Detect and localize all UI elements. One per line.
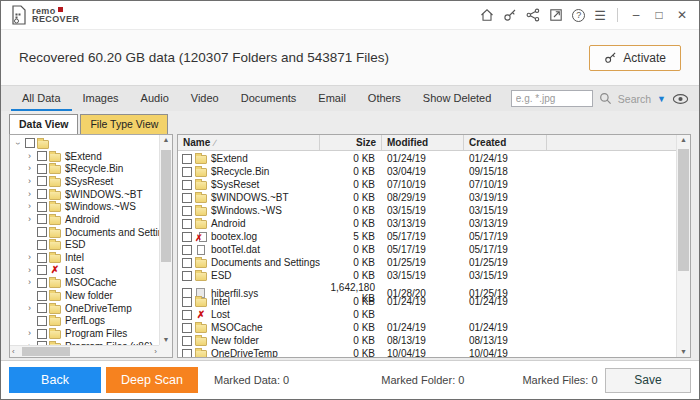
checkbox[interactable] — [182, 219, 192, 229]
checkbox[interactable] — [37, 151, 47, 161]
chevron-right-icon[interactable]: › — [25, 304, 34, 313]
close-button[interactable]: ✕ — [675, 9, 689, 21]
tree-horizontal-scrollbar[interactable]: ‹ › — [10, 345, 159, 357]
file-row-android[interactable]: Android0 KB03/13/1903/13/19 — [178, 217, 676, 230]
tab-email[interactable]: Email — [307, 86, 357, 111]
file-row-windows-ws[interactable]: $Windows.~WS0 KB03/15/1903/15/19 — [178, 204, 676, 217]
tree-item-onedrivetemp[interactable]: ›OneDriveTemp — [10, 302, 159, 315]
file-row-extend[interactable]: $Extend0 KB01/24/1901/24/19 — [178, 152, 676, 165]
open-external-icon[interactable] — [549, 8, 563, 22]
checkbox[interactable] — [182, 180, 192, 190]
tab-show-deleted[interactable]: Show Deleted — [412, 86, 503, 111]
checkbox[interactable] — [37, 329, 47, 339]
menu-icon[interactable]: ☰ — [594, 9, 606, 22]
chevron-right-icon[interactable]: › — [25, 164, 34, 173]
tree-vertical-scrollbar[interactable]: ▲ ▼ — [159, 135, 172, 345]
file-row-msocache[interactable]: MSOCache0 KB01/24/1901/24/19 — [178, 321, 676, 334]
search-input[interactable] — [511, 90, 593, 107]
scroll-left-icon[interactable]: ‹ — [10, 346, 17, 357]
checkbox[interactable] — [182, 258, 192, 268]
tree-item-new-folder[interactable]: ›New folder — [10, 289, 159, 302]
file-row-lost[interactable]: ✗Lost0 KB — [178, 308, 676, 321]
file-row-intel[interactable]: Intel0 KB01/24/1901/24/19 — [178, 295, 676, 308]
tree-item-lost[interactable]: ›✗Lost — [10, 264, 159, 277]
file-row-boottel-dat[interactable]: bootTel.dat0 KB05/17/1905/17/19 — [178, 243, 676, 256]
column-header-created[interactable]: Created — [464, 135, 547, 150]
activate-button[interactable]: Activate — [589, 45, 681, 71]
chevron-down-icon[interactable]: › — [13, 139, 22, 148]
checkbox[interactable] — [182, 271, 192, 281]
tree-item-windows-bt[interactable]: ›$WINDOWS.~BT — [10, 188, 159, 201]
home-icon[interactable] — [480, 8, 494, 22]
tree-item-extend[interactable]: ›$Extend — [10, 150, 159, 163]
checkbox[interactable] — [37, 189, 47, 199]
checkbox[interactable] — [37, 240, 47, 250]
checkbox[interactable] — [182, 193, 192, 203]
scroll-down-icon[interactable]: ▼ — [677, 347, 690, 357]
checkbox[interactable] — [182, 245, 192, 255]
tab-documents[interactable]: Documents — [230, 86, 308, 111]
tree-item-program-files[interactable]: ›Program Files — [10, 327, 159, 340]
checkbox[interactable] — [37, 316, 47, 326]
chevron-right-icon[interactable]: › — [25, 202, 34, 211]
file-row-hiberfil-sys[interactable]: hiberfil.sys1,642,180 KB01/28/2001/25/19 — [178, 282, 676, 295]
tab-images[interactable]: Images — [72, 86, 130, 111]
checkbox[interactable] — [37, 227, 47, 237]
chevron-right-icon[interactable]: › — [25, 253, 34, 262]
maximize-button[interactable]: □ — [652, 9, 666, 21]
preview-eye-icon[interactable] — [672, 93, 689, 105]
checkbox[interactable] — [37, 278, 47, 288]
checkbox[interactable] — [37, 214, 47, 224]
tab-data-view[interactable]: Data View — [9, 114, 78, 134]
file-row-documents-and-settings[interactable]: Documents and Settings0 KB01/25/1901/25/… — [178, 256, 676, 269]
checkbox[interactable] — [37, 253, 47, 263]
column-header-name[interactable]: Name ∕ — [178, 135, 320, 150]
list-vertical-scrollbar[interactable]: ▲ ▼ — [676, 135, 690, 357]
scroll-right-icon[interactable]: › — [152, 346, 159, 357]
chevron-right-icon[interactable]: › — [25, 215, 34, 224]
checkbox[interactable] — [37, 265, 47, 275]
tree-item-perflogs[interactable]: ›PerfLogs — [10, 315, 159, 328]
column-header-size[interactable]: Size — [320, 135, 382, 150]
checkbox[interactable] — [182, 349, 192, 358]
checkbox[interactable] — [37, 202, 47, 212]
tree-item-documents-and-settings[interactable]: ›Documents and Settings — [10, 226, 159, 239]
tab-video[interactable]: Video — [180, 86, 230, 111]
share-icon[interactable] — [526, 8, 540, 22]
help-icon[interactable]: ? — [572, 9, 585, 22]
file-row-bootex-log[interactable]: bootex.log5 KB05/17/1905/17/19 — [178, 230, 676, 243]
tree-item-sysreset[interactable]: ›$SysReset — [10, 175, 159, 188]
checkbox[interactable] — [182, 154, 192, 164]
tree-item-root[interactable]: › — [10, 137, 159, 150]
key-icon[interactable] — [503, 8, 517, 22]
tree-item-msocache[interactable]: ›MSOCache — [10, 277, 159, 290]
search-dropdown-icon[interactable]: ▼ — [657, 94, 666, 104]
checkbox[interactable] — [182, 232, 192, 242]
checkbox[interactable] — [37, 176, 47, 186]
tab-file-type-view[interactable]: File Type View — [80, 114, 168, 134]
checkbox[interactable] — [25, 138, 35, 148]
checkbox[interactable] — [182, 297, 192, 307]
save-button[interactable]: Save — [605, 368, 691, 393]
tab-all-data[interactable]: All Data — [11, 86, 72, 111]
tab-others[interactable]: Others — [357, 86, 412, 111]
tree-item-intel[interactable]: ›Intel — [10, 251, 159, 264]
tree-item-windows-ws[interactable]: ›$Windows.~WS — [10, 200, 159, 213]
tab-audio[interactable]: Audio — [130, 86, 180, 111]
checkbox[interactable] — [182, 206, 192, 216]
checkbox[interactable] — [182, 167, 192, 177]
checkbox[interactable] — [37, 164, 47, 174]
chevron-right-icon[interactable]: › — [25, 278, 34, 287]
checkbox[interactable] — [182, 323, 192, 333]
back-button[interactable]: Back — [9, 367, 101, 393]
file-row-new-folder[interactable]: New folder0 KB08/13/1908/13/19 — [178, 334, 676, 347]
column-header-modified[interactable]: Modified — [382, 135, 464, 150]
tree-hscroll-thumb[interactable] — [22, 347, 70, 356]
scroll-down-icon[interactable]: ▼ — [160, 335, 172, 345]
scroll-up-icon[interactable]: ▲ — [160, 135, 172, 145]
file-row-recycle-bin[interactable]: $Recycle.Bin0 KB03/04/1909/15/18 — [178, 165, 676, 178]
chevron-right-icon[interactable]: › — [25, 329, 34, 338]
tree-scroll-thumb[interactable] — [161, 150, 171, 262]
checkbox[interactable] — [37, 303, 47, 313]
scroll-up-icon[interactable]: ▲ — [677, 135, 690, 145]
